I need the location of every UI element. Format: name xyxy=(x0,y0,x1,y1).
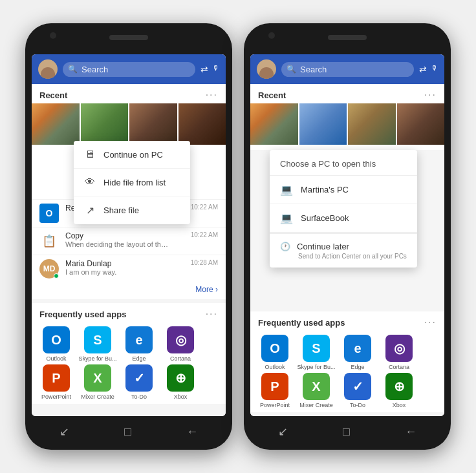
camera-2 xyxy=(268,32,275,39)
cortana-app-label: Cortana xyxy=(170,355,191,362)
cortana-app-label-2: Cortana xyxy=(389,364,409,370)
edge-app-icon: e xyxy=(125,326,153,353)
edge-app-label-2: Edge xyxy=(351,364,364,370)
mixer-app-icon: X xyxy=(84,364,111,392)
pc-menu-title: Choose a PC to open this xyxy=(270,150,417,176)
hide-file-item[interactable]: 👁 Hide file from list xyxy=(74,169,190,196)
image-1[interactable] xyxy=(32,103,80,145)
header: 🔍 Search ⇄ 🎙 xyxy=(32,54,226,84)
app-2-skype[interactable]: S Skype for Bu... xyxy=(297,335,336,370)
mic-icon: 🎙 xyxy=(212,64,219,74)
search-bar-2[interactable]: 🔍 Search xyxy=(281,62,414,77)
app-xbox[interactable]: ⊕ Xbox xyxy=(161,364,200,400)
pc-icon: 🖥 xyxy=(84,149,96,160)
nav-bar-2: ↙ □ ← xyxy=(250,420,444,443)
skype-app-icon-2: S xyxy=(303,335,330,362)
cortana-app-icon-2: ◎ xyxy=(385,335,413,362)
maria-avatar: MD xyxy=(39,259,59,279)
maria-name: Maria Dunlap xyxy=(65,259,184,268)
powerpoint-app-icon-2: P xyxy=(261,373,288,400)
image-2[interactable] xyxy=(81,103,129,145)
apps-header: Frequently used apps ··· xyxy=(32,303,226,322)
image-2-4[interactable] xyxy=(397,103,445,145)
image-2-1[interactable] xyxy=(250,103,298,145)
app-outlook[interactable]: O Outlook xyxy=(37,326,76,362)
app-todo[interactable]: ✓ To-Do xyxy=(120,364,158,400)
app-2-cortana[interactable]: ◎ Cortana xyxy=(380,335,418,370)
copy-text: Copy When deciding the layout of the do.… xyxy=(65,231,184,248)
app-2-outlook[interactable]: O Outlook xyxy=(255,335,294,370)
nav-home-icon[interactable]: □ xyxy=(124,425,131,439)
app-2-xbox[interactable]: ⊕ Xbox xyxy=(380,373,418,408)
outlook-app-label: Outlook xyxy=(46,355,66,362)
mixer-app-icon-2: X xyxy=(303,373,330,400)
more-link[interactable]: More › xyxy=(32,282,226,299)
martinas-pc-item[interactable]: 💻 Martina's PC xyxy=(270,176,417,204)
header-icons: ⇄ 🎙 xyxy=(200,64,219,74)
app-cortana[interactable]: ◎ Cortana xyxy=(161,326,200,362)
copy-title: Copy xyxy=(65,231,184,240)
skype-app-icon: S xyxy=(84,326,111,353)
edge-app-icon-2: e xyxy=(344,335,371,362)
clock-icon: 🕐 xyxy=(280,242,290,251)
apps-section-2: Frequently used apps ··· O Outlook S Sky… xyxy=(250,311,444,412)
recent-header-2: Recent ··· xyxy=(250,84,444,103)
main-content: Recent ··· 🖥 xyxy=(32,84,226,416)
app-2-mixer[interactable]: X Mixer Create xyxy=(297,373,336,408)
nav-home-icon-2[interactable]: □ xyxy=(343,425,350,439)
apps-dots-2[interactable]: ··· xyxy=(424,317,437,328)
laptop-icon-2: 💻 xyxy=(280,212,293,224)
powerpoint-app-icon: P xyxy=(43,364,70,392)
app-edge[interactable]: e Edge xyxy=(120,326,158,362)
martinas-pc-label: Martina's PC xyxy=(301,185,349,194)
app-powerpoint[interactable]: P PowerPoint xyxy=(37,364,76,400)
image-2-2[interactable] xyxy=(299,103,347,145)
maria-time: 10:28 AM xyxy=(191,259,218,266)
search-bar[interactable]: 🔍 Search xyxy=(63,62,195,77)
app-2-edge[interactable]: e Edge xyxy=(338,335,377,370)
main-content-2: Recent ··· Choose a PC to open this xyxy=(250,84,444,416)
continue-on-pc-item[interactable]: 🖥 Continue on PC xyxy=(74,141,190,169)
todo-app-label: To-Do xyxy=(131,394,147,400)
copy-activity[interactable]: 📋 Copy When deciding the layout of the d… xyxy=(32,227,226,255)
mic-icon-2: 🎙 xyxy=(431,64,438,74)
recent-header: Recent ··· xyxy=(32,84,226,103)
share-file-item[interactable]: ↗ Share file xyxy=(74,196,190,224)
image-2-3[interactable] xyxy=(348,103,396,145)
nav-bar: ↙ □ ← xyxy=(32,420,226,443)
search-icon: 🔍 xyxy=(68,65,78,74)
image-3[interactable] xyxy=(129,103,177,145)
more-label: More xyxy=(195,285,213,294)
hide-file-label: Hide file from list xyxy=(103,178,166,187)
apps-dots[interactable]: ··· xyxy=(206,308,218,320)
avatar-2 xyxy=(257,59,276,79)
copy-icon: 📋 xyxy=(39,231,59,251)
phone-2-body: 🔍 Search ⇄ 🎙 Recent ··· xyxy=(244,23,451,450)
recent-title-2: Recent xyxy=(258,90,286,100)
recent-section: Recent ··· 🖥 xyxy=(32,84,226,299)
continue-later-item[interactable]: 🕐 Continue later Send to Action Center o… xyxy=(270,233,417,268)
nav-recent-icon-2[interactable]: ↙ xyxy=(278,425,288,439)
surfacebook-item[interactable]: 💻 SurfaceBook xyxy=(270,204,417,233)
image-4[interactable] xyxy=(178,103,226,145)
app-2-todo[interactable]: ✓ To-Do xyxy=(338,373,377,408)
speaker-2 xyxy=(328,35,367,40)
nav-recent-icon[interactable]: ↙ xyxy=(60,425,69,439)
recent-dots-2[interactable]: ··· xyxy=(424,89,437,101)
share-file-label: Share file xyxy=(103,205,139,215)
transfer-icon-2: ⇄ xyxy=(419,64,427,74)
app-mixer[interactable]: X Mixer Create xyxy=(78,364,117,400)
surfacebook-label: SurfaceBook xyxy=(301,213,349,223)
app-2-powerpoint[interactable]: P PowerPoint xyxy=(255,373,294,408)
mixer-app-label-2: Mixer Create xyxy=(299,402,333,408)
todo-app-label-2: To-Do xyxy=(350,402,365,408)
recent-title: Recent xyxy=(39,90,67,100)
context-menu: 🖥 Continue on PC 👁 Hide file from list ↗… xyxy=(74,141,190,224)
skype-app-label-2: Skype for Bu... xyxy=(297,364,335,370)
cortana-app-icon: ◎ xyxy=(167,326,194,353)
nav-back-icon[interactable]: ← xyxy=(186,425,198,439)
maria-activity[interactable]: MD Maria Dunlap I am on my way. 10:28 AM xyxy=(32,255,226,282)
nav-back-icon-2[interactable]: ← xyxy=(405,425,416,439)
app-skype[interactable]: S Skype for Bu... xyxy=(78,326,117,362)
recent-dots[interactable]: ··· xyxy=(206,89,218,101)
